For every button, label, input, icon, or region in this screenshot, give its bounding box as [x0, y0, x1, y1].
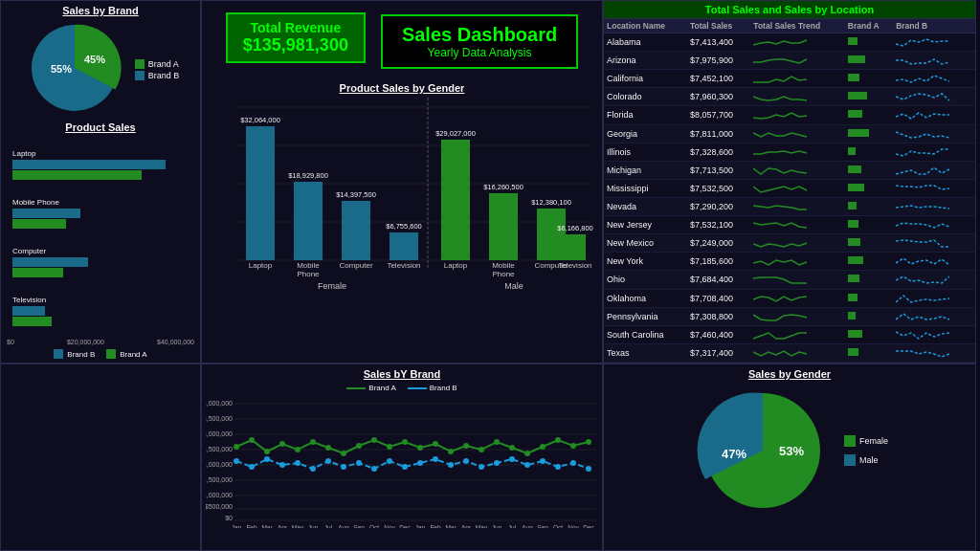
svg-text:$3,000,000: $3,000,000 — [206, 430, 233, 437]
svg-text:Apr: Apr — [461, 524, 472, 528]
svg-point-90 — [402, 464, 408, 470]
location-name: Illinois — [604, 143, 687, 161]
table-row: Ohio $7,684,400 — [604, 271, 975, 289]
svg-text:Jul: Jul — [508, 524, 517, 528]
location-brand-a — [845, 234, 893, 253]
brand-b-legend-label: Brand B — [148, 71, 180, 80]
location-brand-b — [893, 161, 975, 179]
location-brand-a — [845, 325, 893, 343]
spark-line-b — [896, 237, 953, 249]
location-trend — [750, 161, 844, 179]
dashboard-title-box: Sales Dashboard Yearly Data Analysis — [381, 14, 578, 69]
svg-point-60 — [310, 439, 316, 445]
svg-point-84 — [310, 466, 316, 472]
svg-point-94 — [463, 458, 469, 464]
svg-text:Dec: Dec — [583, 524, 594, 528]
location-trend — [750, 106, 844, 124]
svg-point-82 — [279, 462, 285, 468]
location-sales: $7,713,500 — [687, 161, 750, 179]
location-brand-a — [845, 88, 893, 106]
gender-pie-chart: 47% 53% — [691, 384, 835, 518]
location-sales: $7,684,400 — [687, 271, 750, 289]
location-brand-a — [845, 124, 893, 143]
axis-20m: $20,000,000 — [67, 339, 104, 345]
svg-text:$16,260,500: $16,260,500 — [483, 183, 523, 191]
location-name: South Carolina — [604, 325, 687, 343]
location-brand-b — [893, 124, 975, 143]
svg-text:Jan: Jan — [232, 524, 242, 528]
svg-text:Dec: Dec — [399, 524, 411, 528]
spark-line-b — [896, 73, 953, 84]
svg-point-86 — [341, 464, 346, 470]
svg-text:Nov: Nov — [568, 524, 579, 528]
line-legend: Brand A Brand B — [206, 384, 598, 392]
svg-rect-10 — [294, 182, 323, 260]
col-trend: Total Sales Trend — [750, 19, 844, 33]
location-trend — [750, 70, 844, 88]
svg-text:47%: 47% — [722, 447, 746, 461]
location-brand-b — [893, 271, 975, 289]
svg-text:Jun: Jun — [308, 524, 319, 528]
location-sales: $7,532,500 — [687, 179, 750, 197]
svg-text:45%: 45% — [84, 54, 105, 65]
svg-text:$500,000: $500,000 — [206, 503, 233, 510]
svg-text:$1,000,000: $1,000,000 — [206, 492, 233, 498]
location-trend — [750, 271, 844, 289]
spark-line-b — [896, 36, 953, 48]
svg-text:Female: Female — [318, 281, 346, 291]
location-sales: $7,328,600 — [687, 143, 750, 161]
svg-text:$2,000,000: $2,000,000 — [206, 461, 233, 468]
location-trend — [750, 124, 844, 143]
table-row: Florida $8,057,700 — [604, 106, 975, 124]
hbar-brand-b-label: Brand B — [67, 350, 95, 359]
line-brand-b-label: Brand B — [430, 384, 457, 392]
svg-point-85 — [325, 458, 331, 464]
col-brand-a: Brand A — [845, 19, 893, 33]
spark-line — [753, 183, 811, 194]
location-brand-a — [845, 253, 893, 271]
mobile-brand-b-bar — [12, 209, 80, 218]
bottom-left-padding — [0, 364, 201, 551]
location-name: Michigan — [604, 161, 687, 179]
location-trend — [750, 52, 844, 70]
svg-text:Phone: Phone — [297, 270, 320, 278]
spark-line-b — [896, 347, 953, 359]
location-trend — [750, 179, 844, 197]
location-brand-a — [845, 197, 893, 215]
table-row: Texas $7,317,400 — [604, 343, 975, 362]
svg-point-87 — [356, 460, 362, 466]
spark-line — [753, 311, 811, 322]
svg-text:$12,380,100: $12,380,100 — [531, 198, 571, 207]
location-brand-b — [893, 197, 975, 215]
laptop-label: Laptop — [12, 149, 192, 158]
location-brand-b — [893, 143, 975, 161]
svg-text:Jun: Jun — [492, 524, 502, 528]
svg-point-69 — [448, 449, 454, 454]
svg-text:Mobile: Mobile — [492, 261, 515, 270]
svg-point-56 — [249, 437, 255, 443]
spark-line — [753, 329, 811, 341]
spark-line — [753, 55, 811, 66]
spark-line-b — [896, 311, 953, 322]
svg-text:Oct: Oct — [369, 524, 379, 528]
product-sales-axis: $0 $20,000,000 $40,000,000 — [5, 339, 196, 345]
spark-line — [753, 128, 811, 140]
svg-text:Computer: Computer — [339, 261, 372, 270]
sales-by-brand-pie-title: Sales by Brand — [5, 5, 196, 16]
location-brand-b — [893, 307, 975, 325]
axis-40m: $40,000,000 — [157, 339, 194, 345]
axis-0: $0 — [7, 339, 14, 345]
location-trend — [750, 143, 844, 161]
svg-text:Aug: Aug — [338, 524, 349, 528]
svg-point-78 — [586, 439, 591, 445]
location-name: Nevada — [604, 197, 687, 215]
location-brand-b — [893, 253, 975, 271]
svg-text:Aug: Aug — [522, 524, 533, 528]
svg-point-92 — [433, 456, 438, 462]
spark-line-b — [896, 201, 953, 212]
col-sales: Total Sales — [687, 19, 750, 33]
location-trend — [750, 325, 844, 343]
location-name: Georgia — [604, 124, 687, 143]
dashboard-subtitle: Yearly Data Analysis — [402, 46, 557, 59]
computer-brand-b-bar — [12, 257, 88, 267]
